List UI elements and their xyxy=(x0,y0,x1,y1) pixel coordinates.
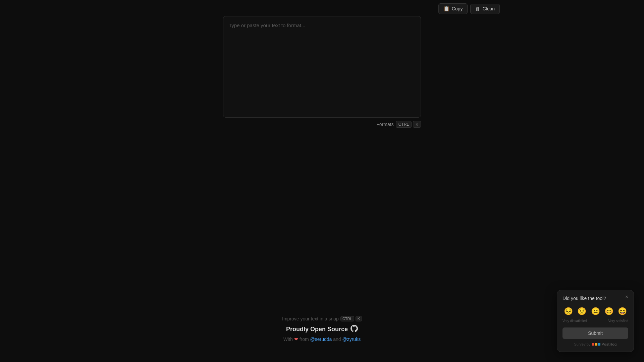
survey-label-right: Very satisfied xyxy=(608,319,628,323)
survey-label-left: Very dissatisfied xyxy=(562,319,587,323)
posthog-label: PostHog xyxy=(601,342,616,346)
emoji-satisfied[interactable]: 😊 xyxy=(603,306,615,317)
oss-label: Proudly Open Source xyxy=(286,326,348,333)
credits-and: and xyxy=(333,337,342,342)
heart-icon: ❤ xyxy=(294,337,298,342)
credits-with: With xyxy=(283,337,294,342)
footer-oss: Proudly Open Source xyxy=(282,325,362,334)
main-container: Formats CTRL K xyxy=(223,16,421,128)
ph-sq-blue xyxy=(598,343,600,346)
survey-close-button[interactable]: × xyxy=(623,294,630,300)
ctrl-key: CTRL xyxy=(396,121,412,128)
footer-credits: With ❤ from @serudda and @zyruks xyxy=(282,337,362,342)
powered-by-text: Survey by xyxy=(574,342,590,346)
credits-from: from xyxy=(300,337,310,342)
author1-link[interactable]: @serudda xyxy=(310,337,332,342)
author2-link[interactable]: @zyruks xyxy=(342,337,361,342)
trash-icon: 🗑 xyxy=(475,6,480,12)
footer-ctrl-key: CTRL xyxy=(340,316,354,321)
copy-button[interactable]: 📋 Copy xyxy=(438,3,468,14)
footer-tagline: Improve your text in a snap CTRL K xyxy=(282,316,362,321)
github-icon xyxy=(351,325,358,334)
ph-sq-orange xyxy=(595,343,597,346)
survey-popup: × Did you like the tool? 😣 😟 😐 😊 😄 Very … xyxy=(557,290,634,352)
survey-emojis: 😣 😟 😐 😊 😄 xyxy=(562,306,628,317)
text-input[interactable] xyxy=(229,22,415,111)
survey-scale-labels: Very dissatisfied Very satisfied xyxy=(562,319,628,323)
emoji-very-satisfied[interactable]: 😄 xyxy=(616,306,628,317)
ph-sq-red xyxy=(592,343,594,346)
clean-button[interactable]: 🗑 Clean xyxy=(470,4,500,14)
keyboard-shortcut: CTRL K xyxy=(396,121,421,128)
tagline-text: Improve your text in a snap xyxy=(282,316,339,321)
emoji-neutral[interactable]: 😐 xyxy=(590,306,601,317)
footer: Improve your text in a snap CTRL K Proud… xyxy=(282,316,362,342)
copy-icon: 📋 xyxy=(443,6,450,12)
emoji-dissatisfied[interactable]: 😟 xyxy=(576,306,588,317)
survey-question: Did you like the tool? xyxy=(562,296,628,301)
survey-submit-button[interactable]: Submit xyxy=(562,327,628,339)
formats-label: Formats xyxy=(376,122,393,127)
posthog-logo: PostHog xyxy=(592,342,616,346)
text-area-wrapper xyxy=(223,16,421,118)
copy-label: Copy xyxy=(452,6,463,11)
clean-label: Clean xyxy=(482,6,495,11)
footer-k-key: K xyxy=(356,316,362,321)
k-key: K xyxy=(413,121,421,128)
formats-bar: Formats CTRL K xyxy=(223,121,421,128)
posthog-logo-icon xyxy=(592,343,600,346)
survey-powered-by: Survey by PostHog xyxy=(562,342,628,346)
footer-keyboard-shortcut: CTRL K xyxy=(340,316,362,321)
emoji-very-dissatisfied[interactable]: 😣 xyxy=(562,306,574,317)
toolbar: 📋 Copy 🗑 Clean xyxy=(438,3,500,14)
